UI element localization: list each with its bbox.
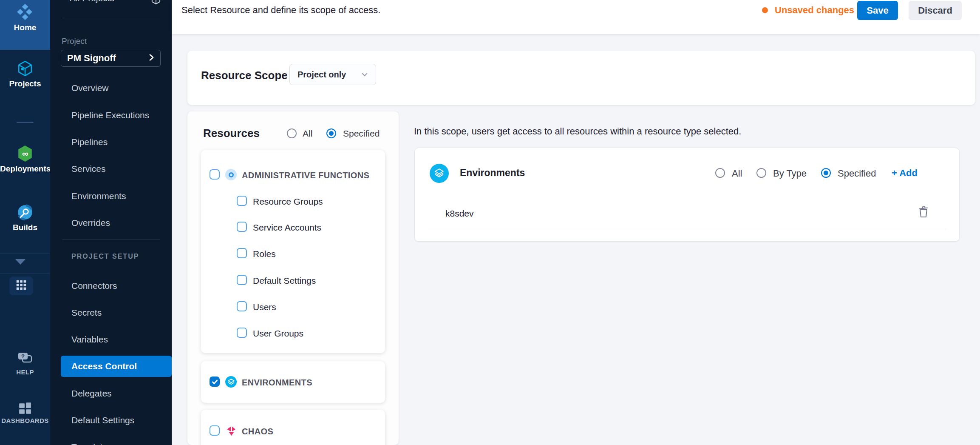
unsaved-dot-icon — [762, 7, 768, 13]
sidebar-item-variables[interactable]: Variables — [50, 329, 172, 350]
save-button[interactable]: Save — [857, 1, 898, 20]
project-selector[interactable]: PM Signoff — [61, 50, 161, 67]
environments-card-title: Environments — [460, 167, 525, 179]
left-nav-rail: Home Projects ∞ Deployments — [0, 0, 50, 445]
env-radio-by-type-label[interactable]: By Type — [773, 168, 807, 179]
env-radio-all-label[interactable]: All — [732, 168, 742, 179]
module-switcher-button[interactable] — [9, 277, 33, 295]
help-icon: ? — [17, 361, 33, 368]
home-icon — [17, 3, 34, 22]
projects-icon — [16, 71, 34, 79]
resource-scope-card: Resource Scope Project only — [187, 51, 975, 105]
sidebar-item-secrets[interactable]: Secrets — [50, 302, 172, 323]
nav-dashboards-label: DASHBOARDS — [0, 417, 50, 424]
roles-checkbox[interactable] — [237, 248, 247, 258]
sidebar-item-templates[interactable]: Templates — [50, 437, 172, 445]
nav-help[interactable]: ? HELP — [0, 351, 50, 376]
env-radio-specified-label[interactable]: Specified — [838, 168, 876, 179]
nav-help-label: HELP — [0, 368, 50, 376]
check-icon — [212, 379, 218, 385]
trash-icon — [917, 205, 930, 219]
admin-functions-icon — [225, 169, 237, 180]
project-label: Project — [62, 37, 87, 46]
admin-functions-label: ADMINISTRATIVE FUNCTIONS — [242, 171, 369, 180]
environments-detail-card: Environments All By Type Specified + Add… — [414, 148, 960, 242]
env-radio-specified[interactable] — [821, 168, 831, 178]
chaos-group-label: CHAOS — [242, 427, 273, 436]
collapse-chevron-icon[interactable] — [15, 259, 26, 267]
sidebar-item-delegates[interactable]: Delegates — [50, 383, 172, 404]
admin-functions-checkbox[interactable] — [210, 169, 220, 180]
svg-text:∞: ∞ — [22, 149, 28, 158]
resources-radio-all[interactable] — [287, 128, 297, 138]
env-radio-by-type[interactable] — [756, 168, 766, 178]
resources-radio-specified[interactable] — [326, 128, 336, 138]
sidebar-item-overrides[interactable]: Overrides — [50, 213, 172, 233]
environment-item-name: k8sdev — [445, 208, 474, 219]
sidebar-divider — [62, 240, 160, 240]
users-label: Users — [253, 302, 276, 312]
sidebar-item-access-control[interactable]: Access Control — [61, 356, 172, 377]
nav-dashboards[interactable]: DASHBOARDS — [0, 402, 50, 424]
nav-projects-label: Projects — [0, 79, 50, 88]
builds-icon — [16, 215, 34, 222]
user-groups-label: User Groups — [253, 328, 303, 339]
default-settings-label: Default Settings — [253, 276, 316, 286]
resource-groups-checkbox[interactable] — [237, 196, 247, 206]
nav-deployments[interactable]: ∞ Deployments — [0, 145, 50, 174]
page-toolbar: Select Resource and define its scope of … — [172, 0, 980, 34]
environments-icon — [430, 164, 449, 183]
service-accounts-checkbox[interactable] — [237, 222, 247, 232]
roles-label: Roles — [253, 249, 276, 259]
svg-text:?: ? — [21, 353, 25, 359]
environments-checkbox[interactable] — [210, 377, 220, 387]
nav-home-label: Home — [0, 23, 50, 32]
default-settings-checkbox[interactable] — [237, 275, 247, 285]
unsaved-changes-label: Unsaved changes — [775, 5, 854, 16]
delete-item-button[interactable] — [917, 205, 930, 220]
environment-item-row: k8sdev — [415, 198, 960, 229]
sidebar-item-overview[interactable]: Overview — [50, 78, 172, 98]
sidebar-item-connectors[interactable]: Connectors — [50, 276, 172, 296]
nav-home[interactable]: Home — [0, 0, 50, 50]
grid-icon — [15, 279, 27, 293]
resource-group-admin-card: ADMINISTRATIVE FUNCTIONS Resource Groups… — [201, 150, 385, 353]
sidebar-item-environments[interactable]: Environments — [50, 186, 172, 206]
chaos-checkbox[interactable] — [210, 425, 220, 436]
dashboards-icon — [18, 409, 32, 416]
deployments-icon: ∞ — [16, 157, 34, 164]
sidebar-item-pipeline-executions[interactable]: Pipeline Executions — [50, 105, 172, 126]
users-checkbox[interactable] — [237, 301, 247, 311]
resources-title: Resources — [203, 127, 260, 140]
access-control-page: Home Projects ∞ Deployments — [0, 0, 980, 445]
nav-builds-label: Builds — [0, 223, 50, 232]
project-name: PM Signoff — [67, 53, 116, 64]
sidebar-item-services[interactable]: Services — [50, 159, 172, 179]
chevron-down-icon — [361, 71, 368, 78]
resource-groups-label: Resource Groups — [253, 197, 323, 207]
project-sidebar: All Projects Project PM Signoff Overview… — [50, 0, 172, 445]
nav-projects[interactable]: Projects — [0, 60, 50, 88]
sidebar-item-default-settings[interactable]: Default Settings — [50, 410, 172, 431]
scope-hint-text: In this scope, users get access to all r… — [414, 126, 741, 137]
user-groups-checkbox[interactable] — [237, 328, 247, 338]
env-radio-all[interactable] — [715, 168, 725, 178]
nav-deployments-label: Deployments — [0, 164, 50, 174]
scope-dropdown[interactable]: Project only — [289, 64, 376, 85]
resources-radio-all-label[interactable]: All — [303, 128, 312, 139]
sidebar-divider-top — [62, 18, 160, 18]
nav-builds[interactable]: Builds — [0, 203, 50, 232]
environments-group-icon — [225, 376, 237, 388]
all-projects-link[interactable]: All Projects — [70, 0, 114, 3]
sidebar-item-pipelines[interactable]: Pipelines — [50, 132, 172, 152]
page-subtitle: Select Resource and define its scope of … — [181, 5, 380, 16]
add-resource-button[interactable]: + Add — [892, 168, 918, 179]
scope-dropdown-value: Project only — [297, 70, 346, 80]
chevron-right-icon — [149, 54, 154, 63]
resource-scope-label: Resource Scope — [201, 69, 288, 82]
resources-radio-specified-label[interactable]: Specified — [343, 128, 380, 139]
row-divider — [428, 229, 946, 229]
rail-divider — [17, 122, 34, 123]
project-cube-icon[interactable] — [150, 0, 161, 7]
discard-button[interactable]: Discard — [909, 1, 962, 20]
